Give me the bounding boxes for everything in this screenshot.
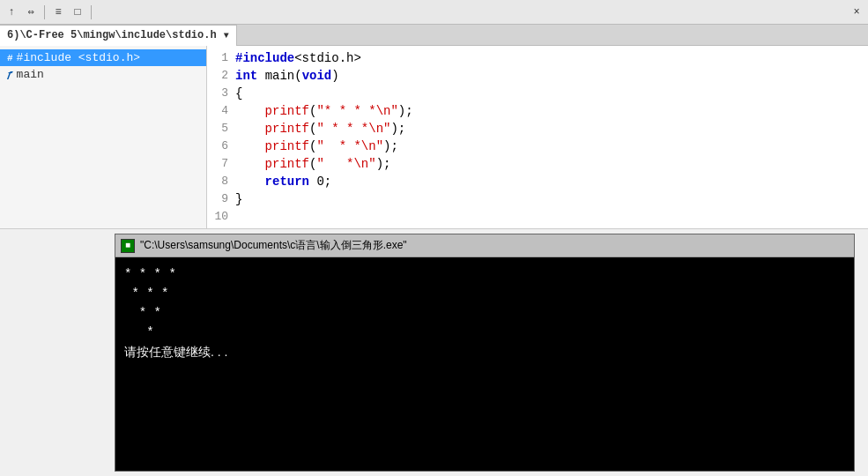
tab-active[interactable]: 6)\C-Free 5\mingw\include\stdio.h ▼ [0,25,237,46]
code-line-2: 2 int main(void) [207,67,868,85]
line-num-5: 5 [207,120,235,138]
sidebar: # #include <stdio.h> ƒ main [0,46,207,228]
hash-icon: # [7,53,13,63]
sidebar-include-label: #include <stdio.h> [17,51,140,64]
code-line-9: 9 } [207,190,868,208]
terminal-titlebar: ■ "C:\Users\samsung\Documents\c语言\输入倒三角形… [115,234,854,257]
terminal-output-3: * * [124,303,845,323]
toolbar: ↑ ⇔ ≡ □ × [0,0,868,25]
line-code-3: { [235,85,868,102]
terminal-title-text: "C:\Users\samsung\Documents\c语言\输入倒三角形.e… [140,238,407,253]
code-editor[interactable]: 1 #include<stdio.h> 2 int main(void) 3 {… [207,46,868,228]
toolbar-icon-swap[interactable]: ⇔ [23,4,39,20]
line-num-7: 7 [207,155,235,173]
terminal-body: * * * * * * * * * * 请按任意键继续. . . [115,257,854,471]
code-line-10: 10 [207,208,868,226]
sidebar-item-include[interactable]: # #include <stdio.h> [0,49,206,66]
function-icon: ƒ [7,70,13,80]
terminal-output-2: * * * [124,284,845,303]
tab-label: 6)\C-Free 5\mingw\include\stdio.h [7,29,217,41]
line-num-1: 1 [207,49,235,67]
content-area: # #include <stdio.h> ƒ main 1 #include<s… [0,46,868,228]
toolbar-icon-up[interactable]: ↑ [4,4,19,20]
toolbar-separator-2 [91,5,92,19]
tab-dropdown-icon[interactable]: ▼ [224,31,229,41]
code-line-4: 4 printf("* * * *\n"); [207,102,868,120]
terminal-icon: ■ [121,239,135,253]
line-num-8: 8 [207,173,235,190]
terminal-window[interactable]: ■ "C:\Users\samsung\Documents\c语言\输入倒三角形… [115,234,855,472]
line-code-5: printf(" * * *\n"); [235,120,868,138]
terminal-prompt: 请按任意键继续. . . [124,342,845,361]
sidebar-main-label: main [17,68,44,81]
code-line-5: 5 printf(" * * *\n"); [207,120,868,138]
toolbar-icon-list[interactable]: ≡ [50,4,66,20]
line-code-1: #include<stdio.h> [235,49,868,67]
line-code-6: printf(" * *\n"); [235,138,868,155]
line-code-9: } [235,190,868,208]
line-num-10: 10 [207,208,235,226]
line-code-2: int main(void) [235,67,868,85]
tab-bar: 6)\C-Free 5\mingw\include\stdio.h ▼ [0,25,868,46]
code-line-3: 3 { [207,85,868,102]
toolbar-close-icon[interactable]: × [849,4,864,20]
line-num-3: 3 [207,85,235,102]
terminal-output-1: * * * * [124,264,845,284]
line-code-7: printf(" *\n"); [235,155,868,173]
sidebar-item-main[interactable]: ƒ main [0,66,206,83]
line-code-8: return 0; [235,173,868,190]
code-line-7: 7 printf(" *\n"); [207,155,868,173]
line-code-4: printf("* * * *\n"); [235,102,868,120]
line-num-4: 4 [207,102,235,120]
code-line-8: 8 return 0; [207,173,868,190]
toolbar-separator [44,5,45,19]
ide-area: ↑ ⇔ ≡ □ × 6)\C-Free 5\mingw\include\stdi… [0,0,868,229]
terminal-output-4: * [124,323,845,342]
line-num-9: 9 [207,190,235,208]
line-num-6: 6 [207,138,235,155]
line-num-2: 2 [207,67,235,85]
toolbar-icon-box[interactable]: □ [70,4,85,20]
code-line-1: 1 #include<stdio.h> [207,49,868,67]
code-line-6: 6 printf(" * *\n"); [207,138,868,155]
